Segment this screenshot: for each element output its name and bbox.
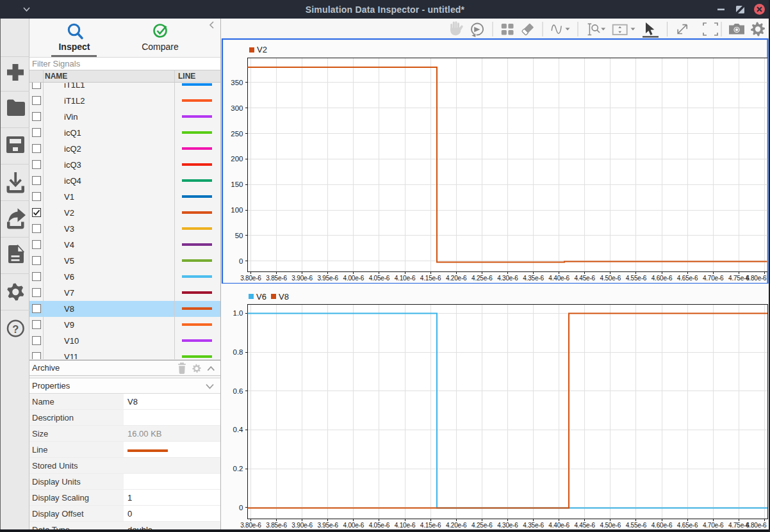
svg-text:1.0: 1.0 [233,309,243,317]
svg-text:4.70e-6: 4.70e-6 [703,275,724,282]
svg-text:4.50e-6: 4.50e-6 [600,522,621,529]
svg-text:4.40e-6: 4.40e-6 [548,522,569,529]
svg-text:3.95e-6: 3.95e-6 [317,275,338,282]
svg-text:4.15e-6: 4.15e-6 [420,522,441,529]
svg-text:150: 150 [231,181,243,188]
svg-text:0.2: 0.2 [233,465,243,472]
svg-text:4.35e-6: 4.35e-6 [523,522,544,529]
svg-text:4.25e-6: 4.25e-6 [471,275,493,282]
svg-text:0.6: 0.6 [233,387,243,395]
svg-text:0: 0 [239,504,243,512]
svg-text:4.20e-6: 4.20e-6 [446,522,467,529]
svg-text:4.40e-6: 4.40e-6 [548,275,569,282]
svg-text:4.30e-6: 4.30e-6 [497,275,518,282]
svg-text:350: 350 [231,79,243,86]
svg-text:4.10e-6: 4.10e-6 [395,522,416,529]
svg-text:4.10e-6: 4.10e-6 [395,275,416,282]
svg-text:4.70e-6: 4.70e-6 [703,522,724,529]
svg-text:4.55e-6: 4.55e-6 [626,522,647,529]
svg-text:3.85e-6: 3.85e-6 [266,275,287,282]
svg-text:4.05e-6: 4.05e-6 [369,275,390,282]
svg-text:4.80e-6: 4.80e-6 [746,522,767,529]
svg-text:3.95e-6: 3.95e-6 [317,522,338,529]
svg-text:4.05e-6: 4.05e-6 [369,522,390,529]
svg-text:4.25e-6: 4.25e-6 [471,522,493,529]
svg-text:3.85e-6: 3.85e-6 [266,522,287,529]
svg-text:50: 50 [235,232,243,239]
svg-text:3.90e-6: 3.90e-6 [291,522,313,529]
svg-text:4.35e-6: 4.35e-6 [523,275,544,282]
svg-text:4.30e-6: 4.30e-6 [497,522,518,529]
svg-text:4.60e-6: 4.60e-6 [651,275,673,282]
svg-text:4.60e-6: 4.60e-6 [651,522,673,529]
svg-text:4.50e-6: 4.50e-6 [600,275,621,282]
svg-text:3.80e-6: 3.80e-6 [240,275,261,282]
svg-text:4.15e-6: 4.15e-6 [420,275,441,282]
svg-text:V6: V6 [256,292,266,302]
svg-text:4.45e-6: 4.45e-6 [574,275,595,282]
svg-text:4.65e-6: 4.65e-6 [677,275,698,282]
svg-text:V8: V8 [279,292,289,302]
svg-text:V2: V2 [257,45,267,54]
svg-text:0: 0 [239,257,243,265]
svg-text:4.55e-6: 4.55e-6 [626,275,647,282]
svg-text:4.45e-6: 4.45e-6 [574,522,595,529]
svg-text:3.90e-6: 3.90e-6 [291,275,313,282]
svg-text:4.80e-6: 4.80e-6 [746,275,767,282]
svg-text:4.65e-6: 4.65e-6 [677,522,698,529]
svg-text:300: 300 [231,104,243,112]
svg-text:4.20e-6: 4.20e-6 [446,275,467,282]
svg-text:0.4: 0.4 [233,426,244,433]
svg-text:100: 100 [231,206,243,214]
svg-text:250: 250 [231,130,243,138]
svg-text:200: 200 [231,155,243,163]
svg-text:3.80e-6: 3.80e-6 [240,522,261,529]
svg-text:?: ? [12,323,19,335]
svg-text:0.8: 0.8 [233,348,243,356]
svg-text:4.00e-6: 4.00e-6 [343,522,365,529]
svg-text:4.00e-6: 4.00e-6 [343,275,365,282]
